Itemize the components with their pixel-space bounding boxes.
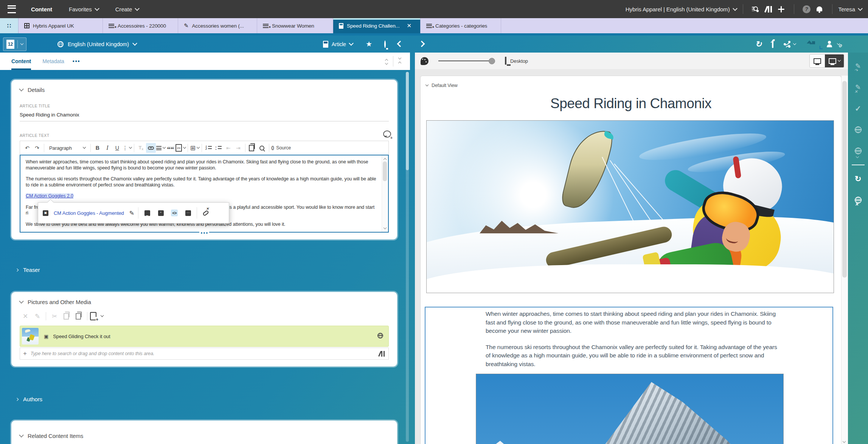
scroll-up-icon[interactable]	[384, 158, 387, 161]
tab-snowwear-women[interactable]: Snowwear Women	[257, 18, 333, 33]
link-button[interactable]	[146, 143, 156, 153]
upload-from-device-button[interactable]	[90, 311, 103, 321]
underline-button[interactable]: U	[112, 143, 122, 153]
help-button[interactable]: ?	[800, 5, 813, 13]
expand-panel-button[interactable]	[419, 41, 424, 48]
unlink-button[interactable]	[201, 208, 211, 218]
internal-link[interactable]: CM Action Goggles 2.0	[26, 193, 73, 199]
blockquote-button[interactable]: ““	[166, 143, 175, 153]
preview-scrollbar[interactable]	[841, 76, 848, 444]
authors-section-header[interactable]: Authors	[16, 396, 397, 402]
library-button[interactable]	[762, 6, 775, 12]
synchronize-button[interactable]: ↻	[855, 168, 862, 189]
device-size-slider[interactable]	[438, 61, 494, 61]
source-button[interactable]: ⟨⟩Source	[271, 143, 291, 153]
collapse-panel-button[interactable]	[398, 41, 402, 47]
close-tab-icon[interactable]: ✕	[407, 22, 411, 29]
editor-scrollbar[interactable]	[382, 155, 388, 232]
preview-mode-annotated-button[interactable]	[825, 54, 844, 67]
teaser-section-header[interactable]: Teaser	[16, 267, 397, 273]
cut-button[interactable]: ✂	[49, 311, 60, 321]
details-section-header[interactable]: Details	[20, 87, 389, 93]
bold-button[interactable]: B	[93, 143, 102, 153]
tab-categories[interactable]: Categories - categories	[421, 18, 501, 33]
open-library-icon[interactable]	[379, 351, 385, 357]
inline-image-goggles-mountain[interactable]	[476, 374, 784, 444]
tab-content[interactable]: Content	[11, 53, 31, 70]
scroll-down-icon[interactable]	[384, 226, 387, 229]
search-content-button[interactable]	[749, 6, 762, 12]
paste-button[interactable]	[247, 143, 257, 153]
more-tabs-icon[interactable]: •••	[73, 53, 81, 70]
paste-button[interactable]	[73, 311, 84, 321]
remove-format-button[interactable]: Tx	[136, 143, 146, 153]
hint-button[interactable]	[384, 41, 386, 47]
bookmark-star-icon[interactable]: ★	[366, 40, 372, 48]
redo-button[interactable]: ↷	[32, 143, 42, 153]
site-selector[interactable]: Hybris Apparel | English (United Kingdom…	[626, 6, 737, 12]
remove-localization-button[interactable]: ✕	[855, 189, 862, 211]
open-item-button[interactable]: ✎	[32, 311, 43, 321]
alignment-button[interactable]	[156, 143, 166, 153]
tab-accessories-women[interactable]: ✎Accessories women (...	[178, 18, 257, 33]
menu-favorites[interactable]: Favorites	[69, 6, 99, 12]
notifications-button[interactable]	[813, 7, 826, 11]
add-comment-icon[interactable]	[383, 130, 391, 138]
split-view-toggle[interactable]: 12	[3, 37, 26, 51]
translation-status-button[interactable]	[855, 140, 862, 161]
desktop-device-button[interactable]	[505, 57, 506, 64]
undo-button[interactable]: ↶	[22, 143, 32, 153]
paragraph-format-select[interactable]: Paragraph	[46, 145, 89, 151]
default-view-header[interactable]: Default View	[426, 83, 458, 88]
remove-item-button[interactable]: ✕	[20, 311, 31, 321]
related-section-header[interactable]: Related Content Items	[20, 433, 389, 439]
hamburger-menu-icon[interactable]	[8, 5, 16, 13]
italic-button[interactable]: I	[102, 143, 112, 153]
find-replace-button[interactable]	[257, 143, 267, 153]
share-menu-button[interactable]	[784, 41, 796, 47]
linked-content-title[interactable]: CM Action Goggles - Augmented	[54, 210, 124, 216]
dashboard-button[interactable]	[775, 6, 788, 12]
more-link-actions-button[interactable]: ⋯	[183, 208, 193, 218]
form-panel-scrollbar[interactable]	[406, 72, 409, 442]
article-text-editor[interactable]: When winter approaches, time comes to st…	[20, 155, 389, 233]
tab-metadata[interactable]: Metadata	[42, 53, 64, 70]
approve-button[interactable]: ✓	[855, 98, 861, 119]
pictures-section-header[interactable]: Pictures and Other Media	[20, 299, 389, 305]
outdent-button[interactable]: ⇤	[224, 143, 233, 153]
insert-widget-button[interactable]: <>	[175, 143, 186, 153]
translate-button[interactable]	[855, 119, 862, 140]
tab-speed-riding-active[interactable]: Speed Riding Challen... ✕	[333, 18, 421, 33]
open-settings-button[interactable]: *	[156, 208, 166, 218]
open-in-tab-button[interactable]: ▁	[142, 208, 152, 218]
scrollbar-thumb[interactable]	[406, 72, 409, 170]
edit-link-icon[interactable]: ✎	[129, 210, 134, 217]
withdraw-button[interactable]: ✎↷	[855, 56, 861, 77]
ordered-list-button[interactable]	[204, 143, 214, 153]
discard-changes-button[interactable]: ✎✕	[855, 77, 861, 98]
table-button[interactable]: ⊞	[190, 143, 200, 153]
hero-image-speed-riding[interactable]	[426, 120, 834, 293]
collapse-all-button[interactable]	[380, 58, 393, 64]
bullet-list-button[interactable]	[214, 143, 224, 153]
content-type-selector[interactable]: Article	[323, 41, 353, 48]
scrollbar-thumb[interactable]	[842, 81, 847, 278]
content-drop-area[interactable]: + Type here to search or drag and drop c…	[20, 348, 389, 360]
scrollbar-thumb[interactable]	[383, 161, 387, 181]
article-title-field[interactable]: Speed Riding in Chamonix	[20, 112, 389, 121]
tab-overview-button[interactable]: ∷	[0, 18, 19, 33]
reload-preview-button[interactable]: ↻	[755, 40, 762, 48]
copy-button[interactable]	[61, 311, 72, 321]
persona-preview-button[interactable]: ⚙	[826, 41, 840, 47]
palette-icon[interactable]	[421, 57, 429, 65]
editor-resize-handle[interactable]	[199, 232, 209, 234]
user-menu[interactable]: Teresa	[838, 6, 862, 12]
media-list-item[interactable]: ▣ Speed Gliding Check it out	[20, 326, 389, 347]
show-embed-code-button[interactable]: <>	[169, 208, 179, 218]
preview-mode-plain-button[interactable]	[810, 54, 825, 67]
menu-content[interactable]: Content	[31, 6, 52, 12]
scroll-down-icon[interactable]	[843, 440, 846, 443]
localization-globe-icon[interactable]	[377, 333, 383, 340]
tab-site-root[interactable]: Hybris Apparel UK	[19, 18, 103, 33]
more-styles-button[interactable]: ⋮	[122, 143, 132, 153]
